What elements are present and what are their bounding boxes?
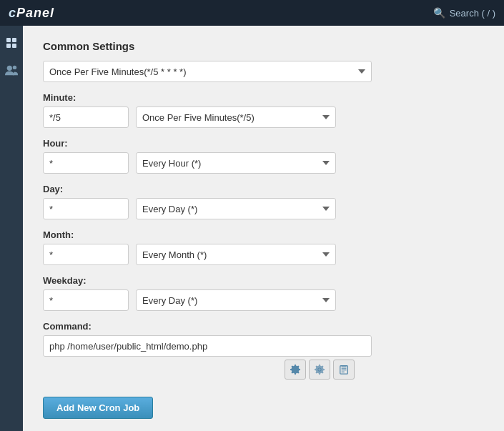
hour-label: Hour: xyxy=(43,138,484,149)
common-settings-select-wrap: Once Per Five Minutes(*/5 * * * *) Once … xyxy=(43,61,484,82)
day-label: Day: xyxy=(43,184,484,194)
svg-rect-0 xyxy=(6,38,11,42)
month-select[interactable]: Every Month (*) January (1) February (2) xyxy=(136,244,336,265)
svg-rect-1 xyxy=(12,38,16,42)
add-cron-job-button[interactable]: Add New Cron Job xyxy=(43,397,153,419)
gear-icon-btn-2[interactable] xyxy=(309,360,330,380)
month-group: Month: * Every Month (*) January (1) Feb… xyxy=(43,229,484,265)
hour-input[interactable]: * xyxy=(43,152,129,174)
top-navigation: cPanel 🔍 Search ( / ) xyxy=(0,0,504,26)
minute-input[interactable]: */5 xyxy=(43,106,129,128)
common-settings-select[interactable]: Once Per Five Minutes(*/5 * * * *) Once … xyxy=(43,61,372,82)
svg-rect-3 xyxy=(12,44,16,48)
minute-row: */5 Once Per Five Minutes(*/5) Every Min… xyxy=(43,106,484,128)
month-label: Month: xyxy=(43,229,484,240)
minute-label: Minute: xyxy=(43,92,484,103)
sidebar-item-users[interactable] xyxy=(1,60,21,80)
day-group: Day: * Every Day (*) 1st 15th xyxy=(43,184,484,219)
svg-rect-9 xyxy=(342,370,347,370)
main-content: Common Settings Once Per Five Minutes(*/… xyxy=(23,26,504,431)
search-icon: 🔍 xyxy=(433,7,445,19)
month-row: * Every Month (*) January (1) February (… xyxy=(43,244,484,265)
day-select[interactable]: Every Day (*) 1st 15th xyxy=(136,198,336,219)
svg-point-4 xyxy=(7,66,12,71)
paste-icon-btn[interactable] xyxy=(333,360,355,380)
command-label: Command: xyxy=(43,321,484,332)
common-settings-title: Common Settings xyxy=(43,40,484,52)
weekday-select[interactable]: Every Day (*) Sunday (0) Monday (1) xyxy=(136,289,336,311)
day-row: * Every Day (*) 1st 15th xyxy=(43,198,484,219)
svg-point-5 xyxy=(13,66,16,69)
sidebar xyxy=(0,26,23,431)
svg-rect-2 xyxy=(6,44,11,48)
minute-select[interactable]: Once Per Five Minutes(*/5) Every Minute(… xyxy=(136,106,336,128)
sidebar-item-grid[interactable] xyxy=(1,33,21,53)
common-settings-group: Common Settings Once Per Five Minutes(*/… xyxy=(43,40,484,82)
month-input[interactable]: * xyxy=(43,244,129,265)
search-label: Search ( / ) xyxy=(450,8,495,19)
cpanel-logo: cPanel xyxy=(9,6,54,21)
command-icon-buttons xyxy=(285,360,484,380)
gear-icon-btn-1[interactable] xyxy=(285,360,306,380)
hour-row: * Every Hour (*) At Midnight (0) At Noon… xyxy=(43,152,484,174)
search-bar[interactable]: 🔍 Search ( / ) xyxy=(433,7,495,19)
weekday-label: Weekday: xyxy=(43,275,484,286)
svg-rect-8 xyxy=(342,367,347,368)
command-input[interactable] xyxy=(43,335,372,357)
day-input[interactable]: * xyxy=(43,198,129,219)
command-group: Command: xyxy=(43,321,484,380)
weekday-group: Weekday: * Every Day (*) Sunday (0) Mond… xyxy=(43,275,484,311)
svg-rect-10 xyxy=(342,372,345,372)
weekday-row: * Every Day (*) Sunday (0) Monday (1) xyxy=(43,289,484,311)
command-input-wrap xyxy=(43,335,372,357)
weekday-input[interactable]: * xyxy=(43,289,129,311)
minute-group: Minute: */5 Once Per Five Minutes(*/5) E… xyxy=(43,92,484,128)
hour-select[interactable]: Every Hour (*) At Midnight (0) At Noon (… xyxy=(136,152,336,174)
hour-group: Hour: * Every Hour (*) At Midnight (0) A… xyxy=(43,138,484,174)
